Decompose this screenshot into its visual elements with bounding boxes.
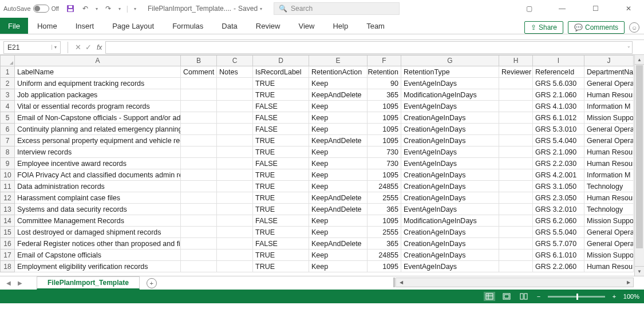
cell-D4[interactable]: FALSE xyxy=(253,101,309,112)
cell-E8[interactable]: Keep xyxy=(309,146,368,158)
tab-formulas[interactable]: Formulas xyxy=(163,18,212,34)
cell-H12[interactable] xyxy=(499,192,533,204)
cell-J17[interactable]: Mission Suppo xyxy=(584,249,634,261)
cell-I13[interactable]: GRS 3.2.010 xyxy=(533,204,584,215)
column-header-E[interactable]: E xyxy=(309,55,368,66)
scroll-up-icon[interactable]: ▲ xyxy=(635,55,644,65)
cell-D5[interactable]: FALSE xyxy=(253,112,309,124)
cell-H13[interactable] xyxy=(499,204,533,215)
close-button[interactable]: ✕ xyxy=(617,1,641,17)
cell-J10[interactable]: Information M xyxy=(584,169,634,181)
column-header-A[interactable]: A xyxy=(15,55,181,66)
cell-B8[interactable] xyxy=(181,146,217,158)
tab-help[interactable]: Help xyxy=(323,18,357,34)
cell-B14[interactable] xyxy=(181,215,217,227)
cell-J7[interactable]: General Opera xyxy=(584,135,634,146)
cell-B16[interactable] xyxy=(181,238,217,249)
cell-J18[interactable]: Human Resour xyxy=(584,261,634,272)
vscroll-thumb[interactable] xyxy=(636,65,643,248)
cell-A7[interactable]: Excess personal property equipment and v… xyxy=(15,135,181,146)
cell-A8[interactable]: Interview records xyxy=(15,146,181,158)
cell-B4[interactable] xyxy=(181,101,217,112)
share-button[interactable]: ⇪Share xyxy=(524,21,563,34)
cell-J4[interactable]: Information M xyxy=(584,101,634,112)
cell-H15[interactable] xyxy=(499,227,533,238)
zoom-level[interactable]: 100% xyxy=(623,293,639,300)
cell-F6[interactable]: 1095 xyxy=(368,124,401,135)
cell-D7[interactable]: TRUE xyxy=(253,135,309,146)
cell-F3[interactable]: 365 xyxy=(368,89,401,101)
undo-dropdown-icon[interactable]: ▾ xyxy=(96,6,98,11)
tab-team[interactable]: Team xyxy=(357,18,394,34)
autosave-toggle-group[interactable]: AutoSave Off xyxy=(3,5,59,13)
cell-H10[interactable] xyxy=(499,169,533,181)
cell-D14[interactable]: FALSE xyxy=(253,215,309,227)
cell-E16[interactable]: KeepAndDelete xyxy=(309,238,368,249)
cell-J3[interactable]: Human Resour xyxy=(584,89,634,101)
cell-C11[interactable] xyxy=(217,181,253,192)
redo-icon[interactable]: ↷ xyxy=(104,4,113,13)
cell-F18[interactable]: 1095 xyxy=(368,261,401,272)
save-icon[interactable] xyxy=(66,4,75,13)
column-header-F[interactable]: F xyxy=(368,55,401,66)
cell-I3[interactable]: GRS 2.1.060 xyxy=(533,89,584,101)
row-header-10[interactable]: 10 xyxy=(0,169,15,181)
cell-G1[interactable]: RetentionType xyxy=(401,66,499,78)
cell-B10[interactable] xyxy=(181,169,217,181)
cell-I2[interactable]: GRS 5.6.030 xyxy=(533,78,584,89)
sheet-next-icon[interactable]: ▶ xyxy=(15,278,25,288)
cell-G12[interactable]: CreationAgeInDays xyxy=(401,192,499,204)
row-header-2[interactable]: 2 xyxy=(0,78,15,89)
cell-F2[interactable]: 90 xyxy=(368,78,401,89)
row-header-1[interactable]: 1 xyxy=(0,66,15,78)
name-box[interactable]: E21 ▾ xyxy=(3,41,61,54)
column-header-I[interactable]: I xyxy=(533,55,584,66)
cell-F11[interactable]: 24855 xyxy=(368,181,401,192)
scroll-down-icon[interactable]: ▼ xyxy=(635,266,644,276)
autosave-toggle[interactable] xyxy=(33,5,49,13)
cell-H6[interactable] xyxy=(499,124,533,135)
cell-J12[interactable]: Human Resour xyxy=(584,192,634,204)
name-box-dropdown-icon[interactable]: ▾ xyxy=(52,45,57,50)
cell-G13[interactable]: EventAgeInDays xyxy=(401,204,499,215)
cell-E1[interactable]: RetentionAction xyxy=(309,66,368,78)
cell-C8[interactable] xyxy=(217,146,253,158)
cell-I15[interactable]: GRS 5.5.040 xyxy=(533,227,584,238)
cell-C9[interactable] xyxy=(217,158,253,169)
cell-I10[interactable]: GRS 4.2.001 xyxy=(533,169,584,181)
ribbon-display-icon[interactable]: ▢ xyxy=(517,1,541,17)
cell-A3[interactable]: Job application packages xyxy=(15,89,181,101)
horizontal-scrollbar[interactable]: ◀ ▶ xyxy=(393,278,634,287)
cell-B6[interactable] xyxy=(181,124,217,135)
cell-C6[interactable] xyxy=(217,124,253,135)
cell-A11[interactable]: Data administration records xyxy=(15,181,181,192)
cell-E2[interactable]: Keep xyxy=(309,78,368,89)
cell-H16[interactable] xyxy=(499,238,533,249)
tab-insert[interactable]: Insert xyxy=(66,18,104,34)
tab-view[interactable]: View xyxy=(289,18,323,34)
cell-G5[interactable]: CreationAgeInDays xyxy=(401,112,499,124)
row-header-5[interactable]: 5 xyxy=(0,112,15,124)
cell-E12[interactable]: KeepAndDelete xyxy=(309,192,368,204)
cell-E10[interactable]: Keep xyxy=(309,169,368,181)
cell-D2[interactable]: TRUE xyxy=(253,78,309,89)
cell-D1[interactable]: IsRecordLabel xyxy=(253,66,309,78)
column-header-D[interactable]: D xyxy=(253,55,309,66)
cell-C16[interactable] xyxy=(217,238,253,249)
cell-J15[interactable]: General Opera xyxy=(584,227,634,238)
row-header-11[interactable]: 11 xyxy=(0,181,15,192)
cell-F12[interactable]: 2555 xyxy=(368,192,401,204)
row-header-7[interactable]: 7 xyxy=(0,135,15,146)
cell-C5[interactable] xyxy=(217,112,253,124)
cell-H14[interactable] xyxy=(499,215,533,227)
cell-G17[interactable]: CreationAgeInDays xyxy=(401,249,499,261)
cell-D3[interactable]: TRUE xyxy=(253,89,309,101)
row-header-18[interactable]: 18 xyxy=(0,261,15,272)
cell-B5[interactable] xyxy=(181,112,217,124)
cancel-formula-icon[interactable]: ✕ xyxy=(73,43,83,52)
cell-J13[interactable]: Technology xyxy=(584,204,634,215)
page-break-view-icon[interactable] xyxy=(518,292,530,301)
cell-J2[interactable]: General Opera xyxy=(584,78,634,89)
cell-H5[interactable] xyxy=(499,112,533,124)
cell-E15[interactable]: Keep xyxy=(309,227,368,238)
